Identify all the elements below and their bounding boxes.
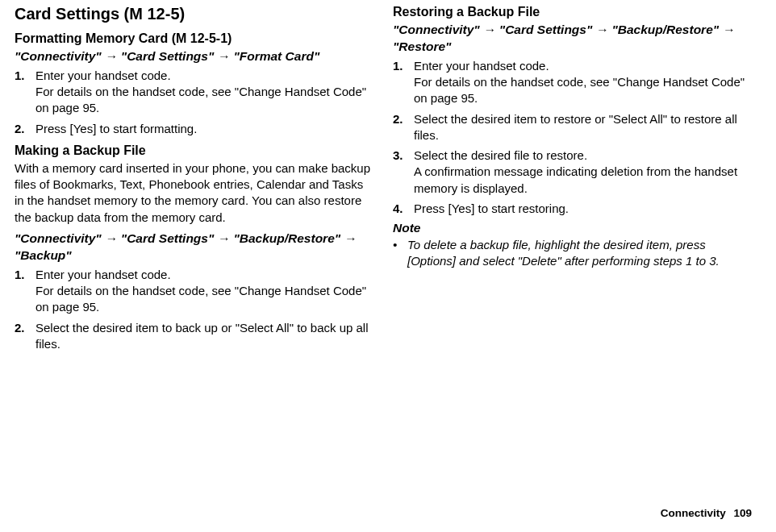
step-detail: For details on the handset code, see "Ch… (35, 84, 375, 117)
footer-section: Connectivity (661, 507, 726, 519)
step-main: Select the desired item to restore or "S… (414, 112, 737, 142)
step-item: Select the desired item to restore or "S… (393, 111, 753, 144)
section-heading-restore: Restoring a Backup File (393, 5, 753, 19)
section-heading-formatting: Formatting Memory Card (M 12-5-1) (15, 31, 375, 46)
subheading-text: Restoring a Backup File (393, 5, 540, 19)
step-main: Enter your handset code. (35, 268, 171, 281)
page-title: Card Settings (M 12-5) (15, 5, 375, 23)
subheading-code: (M 12-5-1) (172, 31, 232, 45)
step-item: Press [Yes] to start restoring. (393, 201, 753, 217)
title-text: Card Settings (15, 5, 119, 23)
step-item: Select the desired item to back up or "S… (15, 320, 375, 353)
section-heading-backup: Making a Backup File (15, 143, 375, 158)
step-detail: For details on the handset code, see "Ch… (414, 74, 753, 107)
subheading-text: Making a Backup File (15, 143, 146, 157)
step-main: Select the desired file to restore. (414, 148, 587, 162)
step-item: Enter your handset code. For details on … (15, 68, 375, 117)
subheading-text: Formatting Memory Card (15, 31, 168, 45)
right-column: Restoring a Backup File "Connectivity" →… (393, 5, 753, 356)
backup-intro: With a memory card inserted in your phon… (15, 160, 375, 226)
step-item: Enter your handset code. For details on … (15, 267, 375, 316)
step-item: Select the desired file to restore. A co… (393, 148, 753, 197)
step-main: Press [Yes] to start restoring. (414, 202, 569, 215)
note-text: To delete a backup file, highlight the d… (393, 237, 753, 270)
step-detail: For details on the handset code, see "Ch… (35, 283, 375, 316)
left-column: Card Settings (M 12-5) Formatting Memory… (15, 5, 375, 356)
menu-path-format: "Connectivity" → "Card Settings" → "Form… (15, 48, 375, 65)
step-main: Enter your handset code. (35, 69, 171, 82)
step-item: Enter your handset code. For details on … (393, 58, 753, 107)
step-detail: A confirmation message indicating deleti… (414, 164, 753, 197)
step-main: Select the desired item to back up or "S… (35, 321, 369, 351)
steps-backup: Enter your handset code. For details on … (15, 267, 375, 352)
step-item: Press [Yes] to start formatting. (15, 121, 375, 137)
menu-path-backup: "Connectivity" → "Card Settings" → "Back… (15, 231, 375, 264)
title-menu-code: (M 12-5) (124, 5, 186, 23)
menu-path-restore: "Connectivity" → "Card Settings" → "Back… (393, 22, 753, 56)
steps-format: Enter your handset code. For details on … (15, 68, 375, 137)
step-main: Press [Yes] to start formatting. (35, 122, 197, 135)
step-main: Enter your handset code. (414, 59, 549, 73)
page-footer: Connectivity 109 (661, 507, 752, 519)
footer-page-number: 109 (733, 507, 752, 519)
note-heading: Note (393, 221, 753, 235)
steps-restore: Enter your handset code. For details on … (393, 58, 753, 217)
